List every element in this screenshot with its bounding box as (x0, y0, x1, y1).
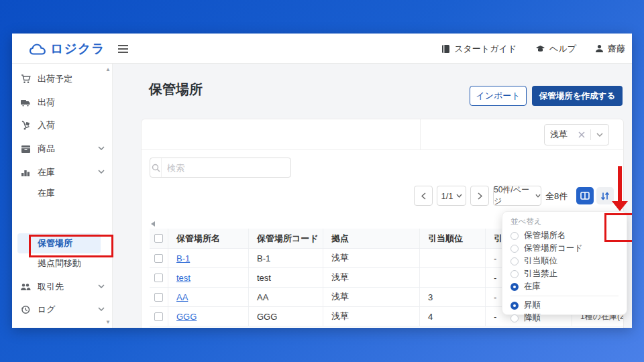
row-checkbox[interactable] (154, 274, 163, 282)
sidebar-item-receiving[interactable]: 入荷 (12, 115, 113, 135)
storage-location-link[interactable]: GGG (176, 312, 197, 322)
box-icon (20, 145, 31, 154)
app-logo[interactable]: ロジクラ (30, 40, 105, 58)
create-storage-location-button[interactable]: 保管場所を作成する (532, 86, 623, 106)
cell-base: 浅草 (323, 307, 420, 326)
help-label: ヘルプ (549, 43, 576, 55)
chevron-down-icon[interactable] (596, 133, 603, 137)
cell-base: 浅草 (323, 288, 420, 306)
sort-option-stock[interactable]: 在庫 (511, 280, 619, 293)
book-icon (441, 44, 450, 54)
sort-order-ascending[interactable]: 昇順 (511, 299, 619, 312)
import-button[interactable]: インポート (470, 86, 527, 106)
sort-option-label: 引当順位 (524, 255, 557, 267)
radio-icon[interactable] (511, 314, 519, 322)
user-menu[interactable]: 齋藤 (595, 43, 625, 55)
column-settings-button[interactable] (576, 187, 594, 204)
sidebar-item-label: 保管場所 (38, 237, 72, 249)
cell-base: 浅草 (323, 249, 420, 267)
user-icon (595, 44, 604, 53)
row-checkbox[interactable] (154, 293, 163, 302)
sort-option-name[interactable]: 保管場所名 (511, 229, 619, 242)
row-checkbox[interactable] (154, 312, 163, 321)
sort-option-label: 保管場所名 (524, 230, 566, 241)
select-all-checkbox[interactable] (154, 234, 163, 243)
sort-option-code[interactable]: 保管場所コード (511, 242, 619, 255)
sidebar-item-shipping[interactable]: 出荷 (12, 93, 113, 113)
scrollbar-down-arrow[interactable]: ▼ (105, 319, 111, 325)
sidebar-item-logs[interactable]: ログ (12, 300, 113, 320)
clear-filter-icon[interactable] (578, 131, 585, 138)
storage-location-link[interactable]: test (176, 273, 191, 283)
truck-icon (20, 99, 31, 107)
sidebar-item-apps[interactable]: アプリ (12, 323, 113, 328)
sidebar-subitem-storage-locations[interactable]: 保管場所 (12, 233, 113, 253)
search-icon (150, 158, 162, 177)
next-page-button[interactable] (470, 186, 489, 206)
sidebar-item-label: 商品 (38, 143, 55, 155)
sidebar-subitem-stock[interactable]: 在庫 (12, 183, 113, 203)
sort-option-priority[interactable]: 引当順位 (511, 255, 619, 267)
sidebar-item-label: ログ (38, 304, 56, 316)
prev-page-button[interactable] (414, 186, 433, 206)
page-select[interactable]: 1/1 (437, 186, 466, 206)
filter-chip-value: 浅草 (550, 129, 573, 141)
sort-menu-title: 並べ替え (511, 217, 619, 227)
sidebar-item-label: 取引先 (38, 281, 64, 293)
page-indicator: 1/1 (441, 191, 453, 201)
start-guide-link[interactable]: スタートガイド (441, 43, 517, 55)
column-header[interactable]: 保管場所名 (168, 229, 249, 248)
sidebar-item-label: 出荷予定 (38, 73, 72, 85)
radio-icon[interactable] (511, 232, 519, 240)
start-guide-label: スタートガイド (454, 43, 517, 55)
graduation-cap-icon (535, 45, 545, 53)
user-name: 齋藤 (608, 43, 625, 55)
hamburger-menu-icon[interactable] (118, 45, 128, 55)
horizontal-scroll-left-icon[interactable] (151, 221, 155, 227)
radio-icon[interactable] (511, 270, 519, 278)
sidebar-item-label: 在庫 (38, 187, 55, 199)
sidebar-item-inventory[interactable]: 在庫 (12, 162, 113, 182)
column-header[interactable]: 保管場所コード (249, 229, 323, 248)
column-header[interactable]: 引当順位 (420, 229, 486, 248)
sidebar-item-partners[interactable]: 取引先 (12, 277, 113, 297)
storage-location-link[interactable]: AA (176, 292, 188, 302)
per-page-select[interactable]: 50件/ページ (493, 186, 541, 206)
radio-selected-icon[interactable] (511, 302, 519, 310)
sidebar-subitem-inter-base-transfer[interactable]: 拠点間移動 (12, 253, 113, 274)
radio-icon[interactable] (511, 245, 519, 253)
cloud-logo-icon (30, 44, 46, 55)
inventory-icon (20, 168, 31, 177)
menu-divider (511, 296, 619, 296)
cell-code: AA (249, 288, 323, 306)
chevron-down-icon (98, 307, 105, 311)
annotation-arrow-head (612, 201, 628, 211)
cell-code: test (249, 268, 323, 287)
search-input[interactable] (162, 163, 290, 173)
total-count: 全8件 (545, 190, 568, 202)
sidebar-item-label: 拠点間移動 (38, 257, 81, 269)
annotation-arrow (618, 166, 622, 201)
column-header[interactable]: 拠点 (323, 229, 420, 248)
storage-location-link[interactable]: B-1 (176, 253, 190, 263)
sidebar-item-label: アプリ (38, 327, 64, 328)
scrollbar-up-arrow[interactable]: ▲ (105, 66, 111, 72)
pagination-toolbar: 1/1 50件/ページ 全8件 (142, 186, 623, 206)
sidebar-item-products[interactable]: 商品 (12, 139, 113, 159)
sort-option-label: 保管場所コード (524, 243, 583, 254)
app-window: ロジクラ スタートガイド ヘルプ 齋藤 (12, 34, 632, 328)
sort-option-forbidden[interactable]: 引当禁止 (511, 267, 619, 280)
help-link[interactable]: ヘルプ (535, 43, 576, 55)
sort-order-label: 降順 (524, 312, 541, 324)
radio-selected-icon[interactable] (511, 283, 519, 291)
radio-icon[interactable] (511, 257, 519, 265)
cell-base: 浅草 (323, 268, 420, 287)
cart-icon (20, 74, 31, 84)
sidebar-item-shipping-schedule[interactable]: 出荷予定 (12, 69, 113, 89)
filter-row: 浅草 (142, 119, 623, 150)
base-filter-select[interactable]: 浅草 (544, 124, 609, 145)
sidebar-item-label: 在庫 (38, 166, 55, 178)
row-checkbox[interactable] (154, 254, 163, 263)
sort-order-descending[interactable]: 降順 (511, 312, 619, 324)
people-icon (20, 283, 31, 291)
